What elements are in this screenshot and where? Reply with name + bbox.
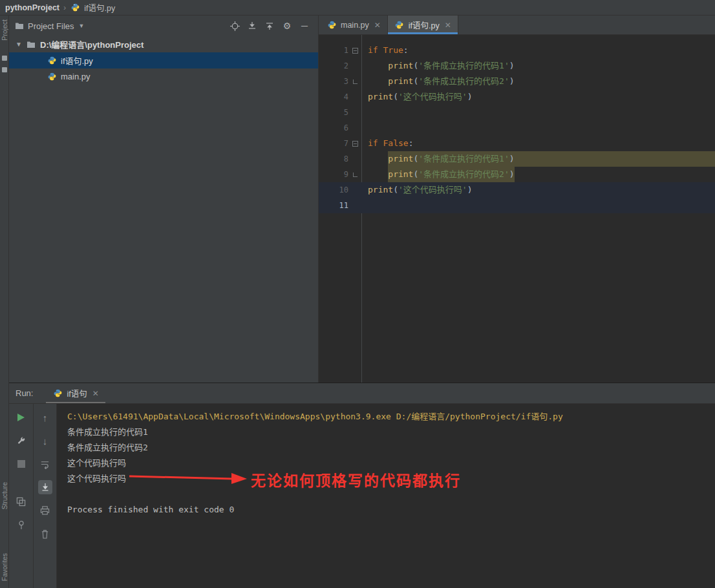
close-icon[interactable]: ✕ <box>374 21 381 30</box>
fold-end-icon[interactable] <box>353 173 358 177</box>
code-text[interactable]: print('条件成立执行的代码1') <box>361 58 715 74</box>
tool-window-favorites-label[interactable]: Favorites <box>1 553 8 581</box>
rerun-button[interactable] <box>14 410 28 425</box>
fold-collapse-icon[interactable] <box>352 141 358 147</box>
code-text[interactable]: print('这个代码执行吗') <box>361 182 715 198</box>
collapse-all-button[interactable] <box>245 19 259 33</box>
code-line-6[interactable]: 6 <box>319 120 715 136</box>
locate-file-button[interactable] <box>228 19 242 33</box>
code-text[interactable]: print('这个代码执行吗') <box>361 89 715 105</box>
line-number[interactable]: 10 <box>323 182 348 198</box>
line-number[interactable]: 9 <box>323 167 348 182</box>
line-number[interactable]: 8 <box>323 151 348 167</box>
code-line-4[interactable]: 4print('这个代码执行吗') <box>319 89 715 105</box>
code-text[interactable] <box>361 198 715 213</box>
expand-all-button[interactable] <box>262 19 277 33</box>
editor-gutter[interactable]: 7 <box>319 136 361 151</box>
tool-window-project-label[interactable]: Project <box>1 19 8 41</box>
console-area[interactable]: C:\Users\61491\AppData\Local\Microsoft\W… <box>57 404 715 588</box>
restore-layout-icon[interactable] <box>14 494 28 509</box>
python-file-icon <box>47 72 57 82</box>
code-line-8[interactable]: 8 print('条件成立执行的代码1') <box>319 151 715 167</box>
run-tab[interactable]: if语句 ✕ <box>46 383 105 403</box>
python-file-icon <box>52 388 63 399</box>
chevron-down-icon[interactable]: ▼ <box>79 23 85 29</box>
down-stack-trace-icon[interactable]: ↓ <box>38 434 52 448</box>
line-number[interactable]: 3 <box>323 74 348 89</box>
editor-gutter[interactable]: 3 <box>319 74 361 89</box>
run-panel-header: Run: if语句 ✕ <box>9 383 715 404</box>
up-stack-trace-icon[interactable]: ↑ <box>38 410 52 425</box>
project-panel: Project Files ▼ ⚙ ─ <box>9 16 319 383</box>
breadcrumb-project[interactable]: pythonProject <box>5 3 59 12</box>
line-number[interactable]: 11 <box>323 198 348 213</box>
code-text[interactable]: if False: <box>361 136 715 151</box>
code-line-11[interactable]: 11 <box>319 198 715 213</box>
code-text[interactable] <box>361 105 715 120</box>
editor-gutter[interactable]: 8 <box>319 151 361 167</box>
editor-gutter[interactable]: 10 <box>319 182 361 198</box>
line-number[interactable]: 2 <box>323 58 348 74</box>
code-line-2[interactable]: 2 print('条件成立执行的代码1') <box>319 58 715 74</box>
editor-gutter[interactable]: 1 <box>319 43 361 58</box>
code-text[interactable] <box>361 120 715 136</box>
code-text[interactable]: print('条件成立执行的代码2') <box>361 167 715 182</box>
close-icon[interactable]: ✕ <box>92 389 99 398</box>
line-number[interactable]: 7 <box>323 136 348 151</box>
tree-file-row[interactable]: if语句.py <box>9 52 318 68</box>
print-icon[interactable] <box>38 503 52 518</box>
code-text[interactable]: print('条件成立执行的代码1') <box>361 151 715 167</box>
editor-gutter[interactable]: 4 <box>319 89 361 105</box>
project-tree: ▼ D:\编程语言\pythonProject if语句.pymain.py <box>9 36 318 383</box>
editor-gutter[interactable]: 11 <box>319 198 361 213</box>
fold-collapse-icon[interactable] <box>352 48 358 54</box>
tab-label: if语句.py <box>409 19 440 31</box>
line-number[interactable]: 6 <box>323 120 348 136</box>
python-file-icon <box>394 20 405 30</box>
edit-configuration-wrench-icon[interactable] <box>14 434 28 448</box>
tree-root-row[interactable]: ▼ D:\编程语言\pythonProject <box>9 36 318 52</box>
line-number[interactable]: 4 <box>323 89 348 105</box>
code-line-7[interactable]: 7if False: <box>319 136 715 151</box>
tab-main-py[interactable]: main.py ✕ <box>320 16 388 34</box>
editor-gutter[interactable]: 6 <box>319 120 361 136</box>
tree-file-label: if语句.py <box>61 54 93 67</box>
editor-gutter[interactable]: 9 <box>319 167 361 182</box>
tool-window-mini-icon[interactable] <box>2 56 7 61</box>
pin-tab-icon[interactable] <box>14 518 28 532</box>
code-line-3[interactable]: 3 print('条件成立执行的代码2') <box>319 74 715 89</box>
breadcrumb-file[interactable]: if语句.py <box>84 1 115 14</box>
tool-window-mini-icon[interactable] <box>2 67 7 72</box>
folder-icon <box>26 39 36 50</box>
code-line-5[interactable]: 5 <box>319 105 715 120</box>
clear-console-trash-icon[interactable] <box>38 527 52 541</box>
editor-gutter[interactable]: 2 <box>319 58 361 74</box>
code-text[interactable]: print('条件成立执行的代码2') <box>361 74 715 89</box>
editor-gutter[interactable]: 5 <box>319 105 361 120</box>
console-line: Process finished with exit code 0 <box>67 502 715 518</box>
soft-wrap-icon[interactable] <box>38 457 52 471</box>
code-line-9[interactable]: 9 print('条件成立执行的代码2') <box>319 167 715 182</box>
stop-button[interactable] <box>14 457 28 471</box>
line-number[interactable]: 5 <box>323 105 348 120</box>
project-view-selector[interactable]: Project Files <box>28 21 74 31</box>
chevron-expanded-icon[interactable]: ▼ <box>16 41 22 48</box>
scroll-to-end-icon[interactable] <box>38 480 52 494</box>
code-text[interactable]: if True: <box>361 43 715 58</box>
settings-gear-icon[interactable]: ⚙ <box>280 19 294 33</box>
editor-code-area[interactable]: 1if True:2 print('条件成立执行的代码1')3 print('条… <box>319 35 715 383</box>
tool-window-structure-label[interactable]: Structure <box>1 482 8 510</box>
hide-panel-button[interactable]: ─ <box>297 19 312 33</box>
python-file-icon <box>326 20 337 30</box>
breadcrumb-bar: pythonProject › if语句.py <box>0 0 715 16</box>
close-icon[interactable]: ✕ <box>445 21 451 30</box>
annotation-arrow <box>128 471 248 485</box>
tree-file-row[interactable]: main.py <box>9 68 318 85</box>
code-line-1[interactable]: 1if True: <box>319 43 715 58</box>
line-number[interactable]: 1 <box>323 43 348 58</box>
tab-if-statement-py[interactable]: if语句.py ✕ <box>388 16 458 34</box>
code-line-10[interactable]: 10print('这个代码执行吗') <box>319 182 715 198</box>
fold-end-icon[interactable] <box>353 79 358 84</box>
run-panel-title: Run: <box>16 388 33 398</box>
project-panel-header: Project Files ▼ ⚙ ─ <box>9 16 318 36</box>
